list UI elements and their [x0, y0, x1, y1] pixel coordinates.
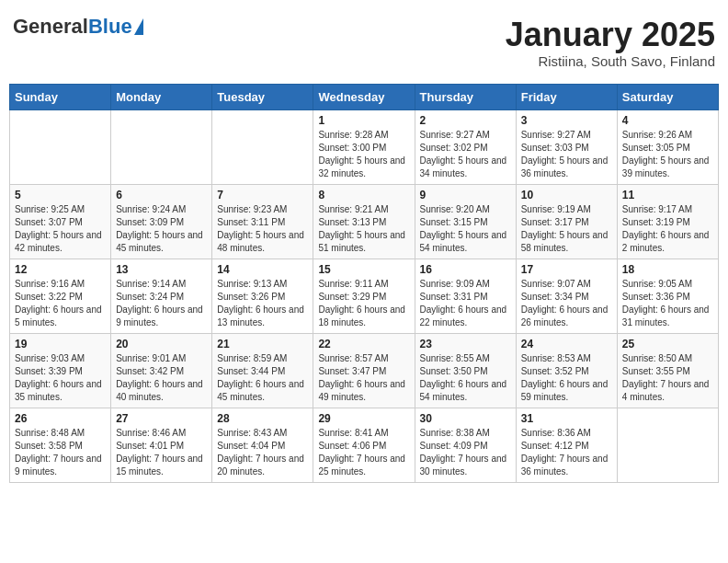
- title-block: January 2025 Ristiina, South Savo, Finla…: [506, 17, 715, 69]
- month-title: January 2025: [506, 17, 715, 53]
- day-number: 23: [420, 338, 511, 350]
- cell-content: Sunrise: 8:43 AM Sunset: 4:04 PM Dayligh…: [217, 427, 308, 478]
- day-number: 29: [318, 412, 409, 425]
- calendar-cell: 10Sunrise: 9:19 AM Sunset: 3:17 PM Dayli…: [516, 184, 617, 259]
- calendar-cell: 24Sunrise: 8:53 AM Sunset: 3:52 PM Dayli…: [516, 333, 617, 408]
- calendar-cell: 16Sunrise: 9:09 AM Sunset: 3:31 PM Dayli…: [415, 259, 516, 333]
- cell-content: Sunrise: 9:16 AM Sunset: 3:22 PM Dayligh…: [15, 278, 106, 329]
- weekday-header: Saturday: [617, 84, 718, 109]
- cell-content: Sunrise: 8:59 AM Sunset: 3:44 PM Dayligh…: [217, 352, 308, 404]
- day-number: 9: [420, 189, 511, 201]
- cell-content: Sunrise: 9:05 AM Sunset: 3:36 PM Dayligh…: [622, 278, 713, 329]
- cell-content: Sunrise: 9:28 AM Sunset: 3:00 PM Dayligh…: [318, 129, 409, 180]
- day-number: 2: [420, 114, 511, 127]
- cell-content: Sunrise: 8:38 AM Sunset: 4:09 PM Dayligh…: [420, 427, 511, 478]
- cell-content: Sunrise: 9:27 AM Sunset: 3:03 PM Dayligh…: [521, 129, 612, 180]
- calendar-cell: 18Sunrise: 9:05 AM Sunset: 3:36 PM Dayli…: [617, 259, 718, 333]
- location-subtitle: Ristiina, South Savo, Finland: [506, 53, 715, 69]
- calendar-week-row: 1Sunrise: 9:28 AM Sunset: 3:00 PM Daylig…: [10, 109, 719, 184]
- cell-content: Sunrise: 9:13 AM Sunset: 3:26 PM Dayligh…: [217, 278, 308, 329]
- day-number: 11: [622, 189, 713, 201]
- cell-content: Sunrise: 9:21 AM Sunset: 3:13 PM Dayligh…: [318, 203, 409, 255]
- calendar-cell: 3Sunrise: 9:27 AM Sunset: 3:03 PM Daylig…: [516, 109, 617, 184]
- calendar-cell: 8Sunrise: 9:21 AM Sunset: 3:13 PM Daylig…: [313, 184, 415, 259]
- day-number: 4: [622, 114, 713, 127]
- day-number: 16: [420, 263, 511, 276]
- day-number: 31: [521, 412, 612, 425]
- calendar-week-row: 5Sunrise: 9:25 AM Sunset: 3:07 PM Daylig…: [10, 184, 719, 259]
- calendar-cell: 31Sunrise: 8:36 AM Sunset: 4:12 PM Dayli…: [516, 408, 617, 482]
- cell-content: Sunrise: 8:41 AM Sunset: 4:06 PM Dayligh…: [318, 427, 409, 478]
- day-number: 21: [217, 338, 308, 350]
- weekday-header: Wednesday: [313, 84, 415, 109]
- day-number: 27: [116, 412, 207, 425]
- cell-content: Sunrise: 9:23 AM Sunset: 3:11 PM Dayligh…: [217, 203, 308, 255]
- cell-content: Sunrise: 8:48 AM Sunset: 3:58 PM Dayligh…: [15, 427, 106, 478]
- weekday-header: Tuesday: [212, 84, 313, 109]
- day-number: 30: [420, 412, 511, 425]
- calendar-cell: 12Sunrise: 9:16 AM Sunset: 3:22 PM Dayli…: [10, 259, 111, 333]
- calendar-cell: 29Sunrise: 8:41 AM Sunset: 4:06 PM Dayli…: [313, 408, 415, 482]
- day-number: 8: [318, 189, 409, 201]
- day-number: 13: [116, 263, 207, 276]
- cell-content: Sunrise: 8:50 AM Sunset: 3:55 PM Dayligh…: [622, 352, 713, 404]
- day-number: 28: [217, 412, 308, 425]
- calendar-cell: 15Sunrise: 9:11 AM Sunset: 3:29 PM Dayli…: [313, 259, 415, 333]
- calendar-week-row: 26Sunrise: 8:48 AM Sunset: 3:58 PM Dayli…: [10, 408, 719, 482]
- calendar-cell: 9Sunrise: 9:20 AM Sunset: 3:15 PM Daylig…: [415, 184, 516, 259]
- weekday-header-row: SundayMondayTuesdayWednesdayThursdayFrid…: [10, 84, 719, 109]
- calendar-cell: 21Sunrise: 8:59 AM Sunset: 3:44 PM Dayli…: [212, 333, 313, 408]
- cell-content: Sunrise: 8:57 AM Sunset: 3:47 PM Dayligh…: [318, 352, 409, 404]
- day-number: 18: [622, 263, 713, 276]
- calendar-cell: 13Sunrise: 9:14 AM Sunset: 3:24 PM Dayli…: [111, 259, 212, 333]
- calendar-cell: 23Sunrise: 8:55 AM Sunset: 3:50 PM Dayli…: [415, 333, 516, 408]
- day-number: 22: [318, 338, 409, 350]
- cell-content: Sunrise: 9:03 AM Sunset: 3:39 PM Dayligh…: [15, 352, 106, 404]
- calendar-cell: 11Sunrise: 9:17 AM Sunset: 3:19 PM Dayli…: [617, 184, 718, 259]
- cell-content: Sunrise: 9:19 AM Sunset: 3:17 PM Dayligh…: [521, 203, 612, 255]
- day-number: 5: [15, 189, 106, 201]
- weekday-header: Thursday: [415, 84, 516, 109]
- calendar-table: SundayMondayTuesdayWednesdayThursdayFrid…: [9, 84, 719, 483]
- calendar-cell: [111, 109, 212, 184]
- calendar-cell: 2Sunrise: 9:27 AM Sunset: 3:02 PM Daylig…: [415, 109, 516, 184]
- calendar-week-row: 19Sunrise: 9:03 AM Sunset: 3:39 PM Dayli…: [10, 333, 719, 408]
- day-number: 20: [116, 338, 207, 350]
- calendar-cell: 4Sunrise: 9:26 AM Sunset: 3:05 PM Daylig…: [617, 109, 718, 184]
- day-number: 7: [217, 189, 308, 201]
- cell-content: Sunrise: 9:11 AM Sunset: 3:29 PM Dayligh…: [318, 278, 409, 329]
- day-number: 14: [217, 263, 308, 276]
- calendar-cell: 25Sunrise: 8:50 AM Sunset: 3:55 PM Dayli…: [617, 333, 718, 408]
- calendar-cell: 14Sunrise: 9:13 AM Sunset: 3:26 PM Dayli…: [212, 259, 313, 333]
- calendar-cell: 28Sunrise: 8:43 AM Sunset: 4:04 PM Dayli…: [212, 408, 313, 482]
- day-number: 19: [15, 338, 106, 350]
- weekday-header: Friday: [516, 84, 617, 109]
- cell-content: Sunrise: 9:14 AM Sunset: 3:24 PM Dayligh…: [116, 278, 207, 329]
- day-number: 1: [318, 114, 409, 127]
- day-number: 26: [15, 412, 106, 425]
- logo-general: GeneralBlue: [13, 17, 132, 37]
- cell-content: Sunrise: 9:20 AM Sunset: 3:15 PM Dayligh…: [420, 203, 511, 255]
- calendar-cell: 1Sunrise: 9:28 AM Sunset: 3:00 PM Daylig…: [313, 109, 415, 184]
- calendar-cell: 30Sunrise: 8:38 AM Sunset: 4:09 PM Dayli…: [415, 408, 516, 482]
- calendar-cell: [10, 109, 111, 184]
- day-number: 25: [622, 338, 713, 350]
- logo-triangle-icon: [134, 18, 143, 35]
- calendar-cell: 22Sunrise: 8:57 AM Sunset: 3:47 PM Dayli…: [313, 333, 415, 408]
- cell-content: Sunrise: 8:55 AM Sunset: 3:50 PM Dayligh…: [420, 352, 511, 404]
- cell-content: Sunrise: 9:27 AM Sunset: 3:02 PM Dayligh…: [420, 129, 511, 180]
- day-number: 15: [318, 263, 409, 276]
- calendar-cell: 17Sunrise: 9:07 AM Sunset: 3:34 PM Dayli…: [516, 259, 617, 333]
- day-number: 12: [15, 263, 106, 276]
- cell-content: Sunrise: 9:25 AM Sunset: 3:07 PM Dayligh…: [15, 203, 106, 255]
- day-number: 24: [521, 338, 612, 350]
- cell-content: Sunrise: 9:24 AM Sunset: 3:09 PM Dayligh…: [116, 203, 207, 255]
- calendar-cell: 6Sunrise: 9:24 AM Sunset: 3:09 PM Daylig…: [111, 184, 212, 259]
- weekday-header: Sunday: [10, 84, 111, 109]
- calendar-cell: 5Sunrise: 9:25 AM Sunset: 3:07 PM Daylig…: [10, 184, 111, 259]
- day-number: 6: [116, 189, 207, 201]
- calendar-cell: 26Sunrise: 8:48 AM Sunset: 3:58 PM Dayli…: [10, 408, 111, 482]
- cell-content: Sunrise: 9:01 AM Sunset: 3:42 PM Dayligh…: [116, 352, 207, 404]
- day-number: 3: [521, 114, 612, 127]
- cell-content: Sunrise: 8:36 AM Sunset: 4:12 PM Dayligh…: [521, 427, 612, 478]
